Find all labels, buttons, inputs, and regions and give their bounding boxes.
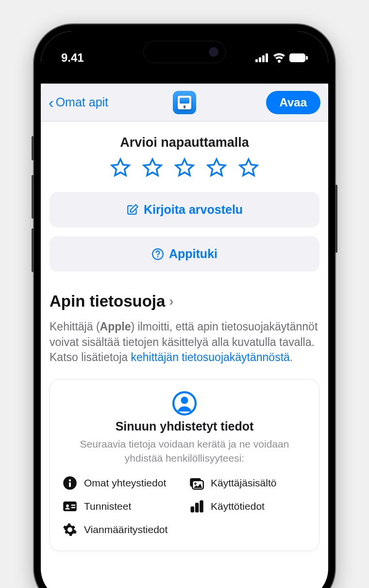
star-2[interactable] <box>142 157 163 178</box>
privacy-text-pre: Kehittäjä ( <box>50 320 100 333</box>
screen: 9.41 ‹ Omat apit Avaa Arvioi napautta <box>41 31 328 588</box>
content: Arvioi napauttamalla Kirjoita arvostelu … <box>41 121 328 551</box>
app-privacy-text: Kehittäjä (Apple) ilmoitti, että apin ti… <box>50 319 319 365</box>
app-support-label: Appituki <box>169 247 218 261</box>
data-linked-sub: Seuraavia tietoja voidaan kerätä ja ne v… <box>63 437 306 465</box>
bar-chart-icon <box>189 499 204 514</box>
app-icon[interactable] <box>173 91 196 114</box>
app-privacy-title: Apin tietosuoja <box>50 292 165 311</box>
write-review-button[interactable]: Kirjoita arvostelu <box>50 192 319 227</box>
app-privacy-header[interactable]: Apin tietosuoja › <box>50 292 319 311</box>
chevron-right-icon: › <box>169 294 173 309</box>
write-review-label: Kirjoita arvostelu <box>144 203 243 217</box>
ringer-switch <box>32 136 34 160</box>
data-linked-card: Sinuun yhdistetyt tiedot Seuraavia tieto… <box>50 379 319 551</box>
back-button[interactable]: ‹ Omat apit <box>49 95 108 110</box>
data-contact-info-label: Omat yhteystiedot <box>84 477 166 489</box>
app-support-button[interactable]: Appituki <box>50 236 319 272</box>
svg-rect-20 <box>191 506 195 513</box>
wifi-icon <box>273 53 285 63</box>
open-label: Avaa <box>280 96 307 109</box>
star-4[interactable] <box>206 157 227 178</box>
status-time: 9.41 <box>61 51 84 65</box>
dynamic-island <box>143 41 226 63</box>
svg-rect-18 <box>71 504 76 506</box>
privacy-text-end: . <box>290 351 293 363</box>
svg-rect-3 <box>266 53 268 62</box>
svg-rect-16 <box>63 502 77 511</box>
svg-rect-4 <box>289 53 305 62</box>
keynote-icon <box>178 96 191 109</box>
data-identifiers: Tunnisteet <box>63 499 180 514</box>
rating-stars <box>50 157 319 178</box>
open-button[interactable]: Avaa <box>266 91 320 114</box>
data-user-content: Käyttäjäsisältö <box>189 476 306 490</box>
svg-rect-22 <box>200 500 203 512</box>
privacy-developer: Apple <box>100 320 131 333</box>
id-card-icon <box>63 499 77 514</box>
svg-point-9 <box>181 397 188 404</box>
status-icons <box>255 53 308 63</box>
svg-rect-0 <box>255 59 258 62</box>
data-usage-label: Käyttötiedot <box>211 501 265 512</box>
sheet-background <box>41 76 328 84</box>
privacy-policy-link[interactable]: kehittäjän tietosuojakäytännöstä <box>131 351 289 363</box>
rating-title: Arvioi napauttamalla <box>50 135 319 150</box>
volume-up-button <box>32 175 34 219</box>
compose-icon <box>126 204 139 216</box>
data-user-content-label: Käyttäjäsisältö <box>211 477 276 489</box>
nav-bar: ‹ Omat apit Avaa <box>41 84 328 121</box>
data-identifiers-label: Tunnisteet <box>84 501 131 512</box>
svg-rect-12 <box>69 482 71 487</box>
star-1[interactable] <box>110 157 131 178</box>
user-icon <box>63 391 306 415</box>
svg-point-17 <box>66 504 69 507</box>
svg-point-15 <box>194 483 197 485</box>
data-diagnostics-label: Vianmääritystiedot <box>84 524 168 536</box>
volume-down-button <box>32 228 34 272</box>
chevron-left-icon: ‹ <box>49 95 54 110</box>
data-type-grid: Omat yhteystiedot Käyttäjäsisältö Tunnis… <box>63 476 306 537</box>
svg-rect-21 <box>195 502 199 512</box>
svg-rect-1 <box>259 57 261 62</box>
data-contact-info: Omat yhteystiedot <box>63 476 180 490</box>
svg-rect-2 <box>262 55 265 62</box>
info-icon <box>63 476 77 490</box>
data-usage: Käyttötiedot <box>189 499 306 514</box>
star-3[interactable] <box>174 157 195 178</box>
back-label: Omat apit <box>56 95 108 109</box>
phone-frame: 9.41 ‹ Omat apit Avaa Arvioi napautta <box>34 24 335 588</box>
power-button <box>335 185 337 253</box>
svg-point-11 <box>69 479 71 482</box>
cellular-icon <box>255 53 269 62</box>
battery-icon <box>289 53 308 62</box>
status-bar: 9.41 <box>41 31 328 76</box>
svg-point-7 <box>157 256 159 258</box>
gear-icon <box>63 522 77 537</box>
data-diagnostics: Vianmääritystiedot <box>63 522 180 537</box>
svg-rect-19 <box>71 507 76 508</box>
svg-rect-5 <box>306 56 308 60</box>
star-5[interactable] <box>238 157 259 178</box>
help-icon <box>151 248 164 260</box>
data-linked-title: Sinuun yhdistetyt tiedot <box>63 419 306 433</box>
photos-icon <box>189 476 204 490</box>
